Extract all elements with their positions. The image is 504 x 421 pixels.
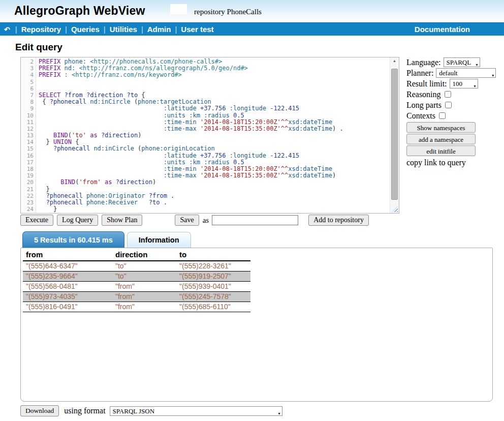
query-code[interactable]: PREFIX phone: <http://phonecalls.com/pho… xyxy=(36,57,390,213)
line-number: 18 xyxy=(21,166,34,172)
nav-item-documentation[interactable]: Documentation xyxy=(415,25,470,34)
line-number: 17 xyxy=(21,159,34,166)
save-name-input[interactable] xyxy=(212,215,298,225)
edit-initfile-button[interactable]: edit initfile xyxy=(406,145,476,156)
page-title: Edit query xyxy=(15,42,62,53)
table-cell: "(555)816-0491" xyxy=(23,302,112,312)
nav-separator: | xyxy=(15,25,17,34)
language-label: Language: xyxy=(406,58,441,67)
main-navbar: ↶ |Repository|Queries|Utilities|Admin|Us… xyxy=(0,22,504,36)
line-number: 10 xyxy=(21,112,34,119)
line-number: 15 xyxy=(21,145,34,152)
table-cell: "(555)228-3261" xyxy=(176,261,250,272)
line-number-gutter: 23456789101112131415161718192021222324 xyxy=(21,57,36,213)
contexts-label: Contexts xyxy=(406,111,435,121)
long-parts-checkbox[interactable] xyxy=(445,102,452,108)
header: AllegroGraph WebView repository PhoneCal… xyxy=(0,0,504,22)
editor-scrollbar[interactable]: ▲ xyxy=(390,57,399,213)
line-number: 4 xyxy=(21,72,34,78)
language-select[interactable]: SPARQL ▾ xyxy=(444,57,480,67)
query-options-sidebar: Language: SPARQL ▾ Planner: default ▾ Re… xyxy=(406,57,503,167)
line-number: 20 xyxy=(21,179,34,186)
show-plan-button[interactable]: Show Plan xyxy=(102,215,142,226)
webview-screen: AllegroGraph WebView repository PhoneCal… xyxy=(0,0,504,421)
table-cell: "(555)973-4035" xyxy=(23,292,112,302)
resize-grip-icon[interactable] xyxy=(392,206,398,212)
table-cell: "from" xyxy=(112,292,176,302)
query-editor[interactable]: 23456789101112131415161718192021222324 P… xyxy=(20,57,399,214)
line-number: 7 xyxy=(21,92,34,99)
planner-label: Planner: xyxy=(406,69,433,78)
chevron-down-icon: ▾ xyxy=(492,71,494,80)
line-number: 9 xyxy=(21,105,34,112)
show-namespaces-button[interactable]: Show namespaces xyxy=(406,122,476,133)
table-cell: "to" xyxy=(112,272,176,282)
line-number: 6 xyxy=(21,85,34,92)
line-number: 2 xyxy=(21,58,34,65)
line-number: 12 xyxy=(21,126,34,132)
nav-items: |Repository|Queries|Utilities|Admin|User… xyxy=(11,25,214,34)
column-header-direction: direction xyxy=(112,249,176,261)
download-button[interactable]: Download xyxy=(20,405,59,416)
format-label: using format xyxy=(64,406,105,415)
nav-item-repository[interactable]: Repository xyxy=(21,25,61,34)
results-panel: fromdirectionto "(555)643-6347""to""(555… xyxy=(20,248,493,402)
nav-item-utilities[interactable]: Utilities xyxy=(110,25,137,34)
contexts-checkbox[interactable] xyxy=(439,112,446,119)
nav-separator: | xyxy=(175,25,177,34)
table-cell: "from" xyxy=(112,282,176,292)
result-limit-select[interactable]: 100 ▾ xyxy=(450,79,478,88)
code-line: ?phonecall phone:Receiver ?to . xyxy=(39,199,390,206)
line-number: 8 xyxy=(21,99,34,105)
results-table: fromdirectionto "(555)643-6347""to""(555… xyxy=(23,249,250,312)
line-number: 5 xyxy=(21,79,34,85)
table-cell: "(555)939-0401" xyxy=(176,282,250,292)
download-row: Download using format SPARQL JSON ▾ xyxy=(20,405,282,417)
sidebar-checkboxes: ReasoningLong partsContexts xyxy=(406,89,503,121)
results-tabbar: 5 Results in 60.415 ms Information xyxy=(20,231,191,248)
line-number: 23 xyxy=(21,199,34,206)
line-number: 21 xyxy=(21,186,34,193)
line-number: 14 xyxy=(21,139,34,145)
reasoning-checkbox[interactable] xyxy=(445,91,451,98)
reasoning-label: Reasoning xyxy=(406,90,441,99)
nav-item-queries[interactable]: Queries xyxy=(71,25,100,34)
sidebar-buttons: Show namespacesadd a namespaceedit initf… xyxy=(406,122,503,156)
long-parts-label: Long parts xyxy=(406,101,442,110)
code-line xyxy=(39,79,390,85)
scrollbar-thumb[interactable] xyxy=(391,69,398,200)
column-header-from: from xyxy=(23,249,112,261)
planner-select[interactable]: default ▾ xyxy=(436,68,496,78)
back-arrow-icon[interactable]: ↶ xyxy=(4,25,10,34)
nav-separator: | xyxy=(104,25,106,34)
code-line: BIND('from' as ?direction) xyxy=(39,179,390,186)
line-number: 22 xyxy=(21,193,34,199)
nav-item-admin[interactable]: Admin xyxy=(147,25,171,34)
line-number: 24 xyxy=(21,206,34,213)
save-button[interactable]: Save xyxy=(175,215,199,226)
nav-item-user-test[interactable]: User test xyxy=(181,25,213,34)
line-number: 16 xyxy=(21,153,34,159)
column-header-to: to xyxy=(176,249,250,261)
code-line: BIND('to' as ?direction) xyxy=(39,132,390,139)
add-to-repository-button[interactable]: Add to repository xyxy=(308,215,369,226)
tab-information[interactable]: Information xyxy=(127,232,191,248)
tab-results[interactable]: 5 Results in 60.415 ms xyxy=(22,231,124,248)
table-cell: "(555)245-7578" xyxy=(176,292,250,302)
line-number: 3 xyxy=(21,65,34,72)
table-row: "(555)235-9664""to""(555)919-2507" xyxy=(23,272,250,282)
add-a-namespace-button[interactable]: add a namespace xyxy=(406,134,476,144)
log-query-button[interactable]: Log Query xyxy=(57,215,98,226)
save-as-label: as xyxy=(203,216,209,225)
format-select[interactable]: SPARQL JSON ▾ xyxy=(110,406,282,416)
copy-link-to-query[interactable]: copy link to query xyxy=(406,158,503,167)
app-title: AllegroGraph WebView xyxy=(14,4,145,18)
table-cell: "(555)643-6347" xyxy=(23,261,112,272)
header-blank-box xyxy=(170,4,187,14)
scroll-up-icon[interactable]: ▲ xyxy=(390,59,399,63)
result-limit-label: Result limit: xyxy=(406,79,447,88)
table-cell: "(555)685-6110" xyxy=(176,302,250,312)
execute-button[interactable]: Execute xyxy=(20,215,53,226)
table-row: "(555)816-0491""from""(555)685-6110" xyxy=(23,302,250,312)
table-row: "(555)973-4035""from""(555)245-7578" xyxy=(23,292,250,302)
